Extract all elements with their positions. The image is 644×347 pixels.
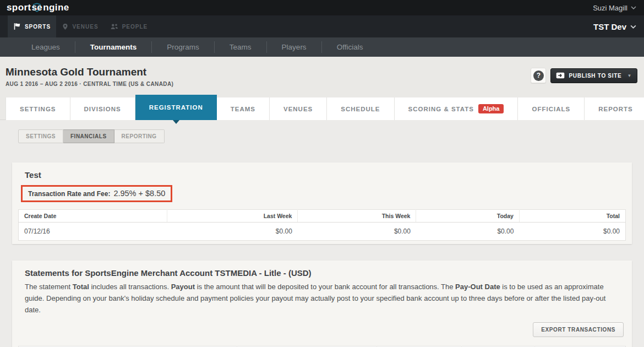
column-header-last-week: Last Week (167, 210, 298, 223)
chevron-down-icon (630, 25, 636, 29)
tab-label: SCORING & STATS (408, 106, 474, 112)
logo-text-right: ngine (43, 2, 69, 13)
tab-registration[interactable]: REGISTRATION (135, 95, 217, 120)
tab-label: SCHEDULE (341, 106, 380, 112)
title-block: Minnesota Gold Tournament AUG 1 2016 – A… (6, 66, 173, 87)
subnav-item-players[interactable]: Players (267, 41, 322, 53)
financials-card: Test Transaction Rate and Fee:2.95% + $8… (12, 162, 632, 244)
tab-venues[interactable]: VENUES (270, 97, 327, 120)
nav-tab-label: SPORTS (25, 24, 51, 30)
summary-table: Create DateLast WeekThis WeekTodayTotal0… (18, 209, 626, 241)
monitor-arrow-icon (556, 72, 565, 79)
main-nav-tabs: SPORTSVENUESPEOPLE (8, 15, 153, 37)
tab-label: VENUES (283, 106, 313, 112)
tab-teams[interactable]: TEAMS (217, 97, 270, 120)
tab-label: SETTINGS (20, 106, 56, 112)
statements-heading: Statements for SportsEngine Merchant Acc… (18, 268, 626, 278)
transaction-rate-highlight: Transaction Rate and Fee:2.95% + $8.50 (21, 185, 172, 202)
subtab-settings[interactable]: SETTINGS (18, 129, 63, 143)
tab-settings[interactable]: SETTINGS (6, 97, 70, 120)
logo-text-se: se (32, 2, 43, 13)
rate-value: 2.95% + $8.50 (113, 189, 165, 198)
logo-text-left: sport (7, 2, 31, 13)
merchant-section-title: Test (18, 170, 626, 180)
tab-schedule[interactable]: SCHEDULE (327, 97, 394, 120)
question-icon: ? (533, 71, 544, 81)
page-title: Minnesota Gold Tournament (6, 66, 173, 78)
table-cell: $0.00 (416, 223, 520, 241)
nav-tab-people[interactable]: PEOPLE (105, 15, 153, 37)
column-header-this-week: This Week (298, 210, 416, 223)
flag-icon (13, 23, 21, 30)
tab-scoring-stats[interactable]: SCORING & STATSAlpha (395, 97, 519, 120)
publish-to-site-button[interactable]: PUBLISH TO SITE ▼ (550, 68, 637, 83)
column-header-create-date: Create Date (19, 210, 167, 223)
tab-label: DIVISIONS (84, 106, 121, 112)
registration-subtab-bar: SETTINGSFINANCIALSREPORTING (18, 129, 165, 143)
context-menu[interactable]: TST Dev (593, 15, 636, 37)
tab-divisions[interactable]: DIVISIONS (70, 97, 135, 120)
subnav-item-programs[interactable]: Programs (152, 41, 215, 53)
column-header-today: Today (416, 210, 520, 223)
table-cell: $0.00 (298, 223, 416, 241)
header-actions: ? PUBLISH TO SITE ▼ (531, 68, 637, 83)
statements-card: Statements for SportsEngine Merchant Acc… (12, 261, 632, 347)
tab-reports[interactable]: REPORTS (585, 97, 644, 120)
publish-label: PUBLISH TO SITE (569, 73, 621, 79)
sub-nav: LeaguesTournamentsProgramsTeamsPlayersOf… (0, 37, 644, 57)
sportsengine-logo[interactable]: sportsengine (7, 2, 69, 13)
subnav-item-leagues[interactable]: Leagues (17, 41, 75, 53)
subnav-item-teams[interactable]: Teams (215, 41, 267, 53)
user-name: Suzi Magill (593, 4, 627, 12)
caret-down-icon: ▼ (627, 73, 632, 78)
subnav-item-tournaments[interactable]: Tournaments (75, 41, 152, 53)
column-header-total: Total (519, 210, 625, 223)
tab-label: TEAMS (231, 106, 255, 112)
tab-label: OFFICIALS (532, 106, 570, 112)
content-area: SETTINGSFINANCIALSREPORTING Test Transac… (0, 120, 644, 347)
table-cell: $0.00 (519, 223, 625, 241)
user-menu[interactable]: Suzi Magill (593, 4, 636, 12)
main-tab-bar: SETTINGSDIVISIONSREGISTRATIONTEAMSVENUES… (6, 95, 644, 120)
rate-label: Transaction Rate and Fee: (28, 190, 110, 198)
nav-tab-venues[interactable]: VENUES (56, 15, 105, 37)
nav-tab-sports[interactable]: SPORTS (8, 15, 56, 37)
table-row: 07/12/16$0.00$0.00$0.00$0.00 (19, 223, 626, 241)
people-icon (110, 23, 118, 30)
tab-label: REGISTRATION (149, 104, 203, 111)
top-bar: sportsengine Suzi Magill (0, 0, 644, 15)
subtab-financials[interactable]: FINANCIALS (63, 129, 114, 143)
main-nav: SPORTSVENUESPEOPLE TST Dev (0, 15, 644, 37)
subtab-reporting[interactable]: REPORTING (114, 129, 165, 143)
chevron-down-icon (631, 6, 636, 9)
help-button[interactable]: ? (531, 68, 546, 83)
page-header: Minnesota Gold Tournament AUG 1 2016 – A… (0, 57, 644, 120)
subnav-item-officials[interactable]: Officials (322, 41, 378, 53)
export-transactions-button[interactable]: EXPORT TRANSACTIONS (533, 322, 624, 337)
nav-tab-label: VENUES (72, 24, 98, 30)
table-cell: 07/12/16 (19, 223, 167, 241)
context-name: TST Dev (593, 22, 626, 31)
statements-description: The statement Total includes all transac… (25, 281, 618, 316)
tab-officials[interactable]: OFFICIALS (518, 97, 585, 120)
alpha-badge: Alpha (478, 104, 504, 113)
page-subtitle: AUG 1 2016 – AUG 2 2016 · CENTRAL TIME (… (6, 81, 173, 87)
tab-label: REPORTS (598, 106, 633, 112)
table-cell: $0.00 (167, 223, 298, 241)
nav-tab-label: PEOPLE (122, 24, 148, 30)
pin-icon (62, 23, 68, 30)
